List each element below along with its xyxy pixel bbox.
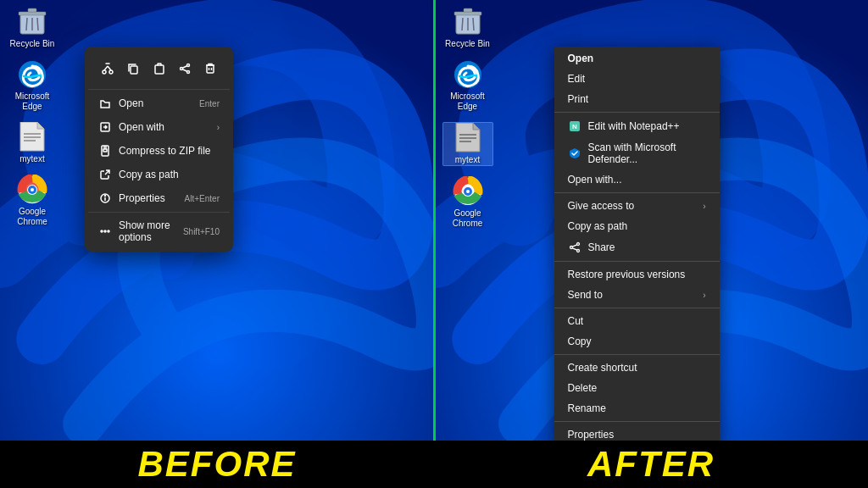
old-menu-defender[interactable]: Scan with Microsoft Defender... <box>554 137 720 169</box>
svg-line-67 <box>572 245 576 247</box>
old-menu-createshortcut[interactable]: Create shortcut <box>554 358 720 378</box>
old-menu-open[interactable]: Open <box>554 48 720 69</box>
menu-properties[interactable]: Properties Alt+Enter <box>88 186 230 210</box>
more-icon <box>98 225 112 238</box>
more-options-shortcut: Shift+F10 <box>183 227 220 236</box>
open-label: Open <box>119 97 143 109</box>
svg-rect-38 <box>103 149 107 152</box>
menu-copypath[interactable]: Copy as path <box>88 163 230 186</box>
old-print-label: Print <box>568 93 589 105</box>
svg-rect-35 <box>102 146 108 156</box>
old-menu-cut[interactable]: Cut <box>554 311 720 331</box>
old-menu-properties[interactable]: Properties <box>554 424 720 441</box>
edge-icon-left[interactable]: Microsoft Edge <box>7 59 58 112</box>
edge-icon-right[interactable]: Microsoft Edge <box>442 59 493 112</box>
svg-line-29 <box>182 66 186 68</box>
svg-point-64 <box>576 243 579 246</box>
recycle-bin-icon-right[interactable]: Recycle Bin <box>442 7 493 49</box>
edge-label-right: Microsoft Edge <box>442 92 493 112</box>
recycle-bin-image-left <box>17 7 47 37</box>
textfile-icon-right[interactable]: mytext <box>442 122 493 166</box>
svg-rect-3 <box>28 8 36 12</box>
old-menu-restore[interactable]: Restore previous versions <box>554 264 720 285</box>
old-menu-share[interactable]: Share <box>554 236 720 258</box>
old-menu-copy[interactable]: Copy <box>554 331 720 352</box>
svg-rect-2 <box>19 12 46 15</box>
chrome-label-left: Google Chrome <box>7 207 58 227</box>
old-sep-1 <box>554 112 720 113</box>
old-menu-delete[interactable]: Delete <box>554 378 720 398</box>
svg-point-44 <box>108 230 109 232</box>
old-menu-sendto[interactable]: Send to › <box>554 285 720 305</box>
svg-text:N: N <box>572 123 577 130</box>
bottom-labels: BEFORE AFTER <box>0 441 868 488</box>
copypath-label: Copy as path <box>119 169 179 180</box>
after-panel: Recycle Bin Microsoft Edge <box>436 0 869 441</box>
zip-label: Compress to ZIP file <box>119 145 210 157</box>
old-rename-label: Rename <box>568 402 606 414</box>
share-btn[interactable] <box>172 55 198 82</box>
share-icon <box>568 241 581 254</box>
svg-point-20 <box>109 70 113 74</box>
old-cut-label: Cut <box>568 315 584 327</box>
properties-label: Properties <box>119 192 165 204</box>
menu-open[interactable]: Open Enter <box>88 92 230 115</box>
cut-btn[interactable] <box>95 55 120 82</box>
old-menu-openwith[interactable]: Open with... <box>554 169 720 190</box>
svg-point-65 <box>576 250 579 252</box>
openwith-icon <box>98 120 112 134</box>
paste-btn[interactable] <box>146 55 171 82</box>
delete-btn[interactable] <box>198 55 223 82</box>
menu-zip[interactable]: Compress to ZIP file <box>88 139 230 163</box>
svg-point-66 <box>570 247 572 249</box>
menu-more-options[interactable]: Show more options Shift+F10 <box>88 214 230 248</box>
menu-openwith[interactable]: Open with › <box>88 115 230 139</box>
old-menu-giveaccess[interactable]: Give access to › <box>554 196 720 216</box>
before-label: BEFORE <box>137 444 296 485</box>
old-sep-4 <box>554 308 720 308</box>
textfile-label-right: mytext <box>455 155 480 165</box>
open-shortcut: Enter <box>199 99 220 108</box>
svg-rect-31 <box>207 65 214 73</box>
svg-line-51 <box>473 18 474 30</box>
menu-separator-1 <box>88 212 230 213</box>
old-giveaccess-label: Give access to <box>568 200 635 212</box>
old-restore-label: Restore previous versions <box>568 269 686 280</box>
old-edit-label: Edit <box>568 73 586 85</box>
svg-rect-25 <box>155 65 164 74</box>
svg-point-41 <box>105 196 106 197</box>
svg-rect-47 <box>454 12 481 15</box>
notepadpp-icon: N <box>568 119 581 133</box>
old-sendto-label: Send to <box>568 289 603 301</box>
old-copypath-label: Copy as path <box>568 220 628 232</box>
svg-marker-9 <box>37 122 44 129</box>
svg-marker-54 <box>473 123 480 130</box>
zip-icon <box>98 144 112 158</box>
old-sep-5 <box>554 354 720 355</box>
old-menu-print[interactable]: Print <box>554 89 720 109</box>
svg-line-30 <box>182 69 186 71</box>
old-menu-copypath[interactable]: Copy as path <box>554 216 720 236</box>
chrome-label-right: Google Chrome <box>442 208 493 229</box>
recycle-bin-label-left: Recycle Bin <box>10 39 55 49</box>
textfile-icon-left[interactable]: mytext <box>7 122 58 164</box>
old-menu-edit[interactable]: Edit <box>554 69 720 89</box>
old-menu-notepadpp[interactable]: N Edit with Notepad++ <box>554 115 720 137</box>
notepadpp-label: Edit with Notepad++ <box>588 120 680 132</box>
recycle-bin-icon-left[interactable]: Recycle Bin <box>7 7 58 49</box>
properties-shortcut: Alt+Enter <box>185 194 220 203</box>
copy-btn[interactable] <box>120 55 146 82</box>
desktop-icons-right: Recycle Bin Microsoft Edge <box>442 7 493 229</box>
textfile-image-right <box>453 123 483 153</box>
before-panel: Recycle Bin Microsoft Edge <box>0 0 433 441</box>
svg-point-18 <box>31 188 34 191</box>
chrome-icon-right[interactable]: Google Chrome <box>442 176 493 229</box>
svg-point-27 <box>186 71 189 74</box>
old-menu-rename[interactable]: Rename <box>554 398 720 419</box>
chrome-icon-left[interactable]: Google Chrome <box>7 175 58 227</box>
menu-separator-0 <box>88 89 230 90</box>
old-copy-label: Copy <box>568 336 592 347</box>
copypath-icon <box>98 168 112 181</box>
textfile-image-left <box>17 122 47 152</box>
svg-point-26 <box>186 64 189 67</box>
